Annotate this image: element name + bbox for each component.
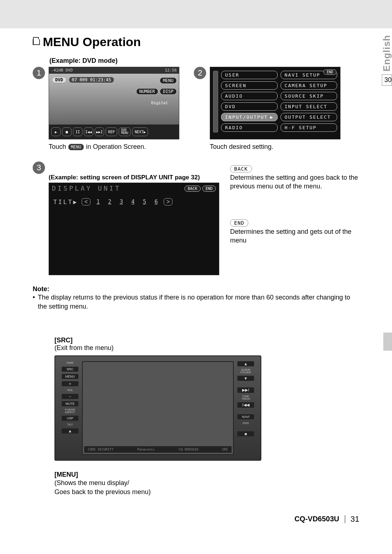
topbar-left: -42dB DVD bbox=[51, 68, 73, 73]
step-1: 1 -42dB DVD 12:56 DVD 07 009 01:23:45 ME… bbox=[33, 67, 179, 151]
tilt-6[interactable]: 6 bbox=[152, 199, 160, 205]
rep-button[interactable]: REP bbox=[106, 127, 117, 136]
menu-hw-desc2: Goes back to the previous menu) bbox=[54, 488, 359, 496]
tilt-2[interactable]: 2 bbox=[106, 199, 114, 205]
device-section: [SRC] (Exit from the menu) PWR SRC MENU … bbox=[54, 337, 359, 496]
back-desc: Determines the setting and goes back to … bbox=[230, 173, 359, 191]
menu-user[interactable]: USER bbox=[221, 71, 278, 79]
step-2-number: 2 bbox=[194, 67, 206, 79]
prev-page-box: 30 bbox=[382, 74, 392, 86]
menu-outputsel[interactable]: OUTPUT SELECT bbox=[281, 113, 337, 121]
menu-hw-heading: [MENU] bbox=[54, 471, 359, 478]
pmode-label: P-MODE ASPECT bbox=[65, 408, 75, 414]
step-3-right: BACK Determines the setting and goes bac… bbox=[230, 162, 359, 245]
menu-camera[interactable]: CAMERA SETUP bbox=[281, 81, 337, 90]
cap1-pre: Touch bbox=[49, 143, 66, 151]
tune-label: TUNE TRACK bbox=[241, 395, 250, 400]
menu-right-col: NAVI SETUP CAMERA SETUP SOURCE SKIP INPU… bbox=[281, 71, 337, 132]
step-3-row: 3 (Example: setting screen of DISPLAY UN… bbox=[33, 162, 359, 275]
menu-left-col: USER SCREEN AUDIO DVD INPUT/OUTPUT▶ RADI… bbox=[221, 71, 278, 132]
transport-bar: ▶ ■ II I◀◀ ▶▶I REP DVD MENU NEXT▶ bbox=[49, 125, 179, 139]
device-left-buttons: PWR SRC MENU + VOL − MUTE P-MODE ASPECT … bbox=[62, 361, 78, 455]
cap1-post: in Operation Screen. bbox=[86, 143, 146, 151]
tilt-right-button[interactable]: > bbox=[164, 198, 172, 205]
menu-hf[interactable]: H-F SETUP bbox=[281, 123, 337, 132]
tilt-1[interactable]: 1 bbox=[94, 199, 102, 205]
track-info: 07 009 01:23:45 bbox=[69, 77, 114, 83]
step-2: 2 END USER SCREEN AUDIO DVD INPUT/OUTPUT… bbox=[194, 67, 340, 151]
menu-hw-desc1: (Shows the menu display/ bbox=[54, 478, 359, 487]
srs: SRS bbox=[222, 448, 228, 451]
code-sec: CODE SECURITY bbox=[88, 448, 113, 451]
vol-label: VOL bbox=[67, 388, 73, 392]
stop-button[interactable]: ■ bbox=[62, 127, 72, 136]
step-3-left: 3 (Example: setting screen of DISPLAY UN… bbox=[33, 162, 219, 275]
nxt-button[interactable]: NEXT▶ bbox=[132, 127, 148, 136]
navi-button[interactable]: NAVI bbox=[237, 414, 254, 419]
pause-button[interactable]: II bbox=[73, 127, 82, 136]
footer-page: 31 bbox=[351, 514, 359, 524]
menu-radio[interactable]: RADIO bbox=[221, 123, 278, 132]
dvd-head-row: DVD 07 009 01:23:45 bbox=[52, 77, 114, 83]
end-chip[interactable]: END bbox=[323, 69, 336, 75]
menu-io[interactable]: INPUT/OUTPUT▶ bbox=[221, 113, 278, 121]
tilt-label: TILT▶ bbox=[53, 199, 78, 205]
album-up-button[interactable]: ▲ bbox=[237, 361, 254, 366]
folder-icon bbox=[33, 39, 40, 45]
album-down-button[interactable]: ▼ bbox=[237, 376, 254, 381]
menu-screen[interactable]: SCREEN bbox=[221, 81, 278, 90]
menu-audio[interactable]: AUDIO bbox=[221, 92, 278, 100]
device-bottom-strip: CODE SECURITY Panasonic CQ-VD6503U SRS bbox=[84, 446, 232, 453]
menu-columns: USER SCREEN AUDIO DVD INPUT/OUTPUT▶ RADI… bbox=[213, 71, 337, 135]
footer: CQ-VD6503U 31 bbox=[33, 514, 359, 524]
play-button[interactable]: ▶ bbox=[51, 127, 61, 136]
tilt-5[interactable]: 5 bbox=[140, 199, 148, 205]
tilt-hw-label: TILT bbox=[67, 423, 73, 426]
src-button[interactable]: SRC bbox=[62, 367, 78, 372]
disp-button[interactable]: DISP bbox=[160, 88, 177, 95]
mute-button[interactable]: MUTE bbox=[62, 401, 78, 406]
dvd-topbar: -42dB DVD 12:56 bbox=[49, 67, 179, 74]
menu-inputsel[interactable]: INPUT SELECT bbox=[281, 102, 337, 111]
number-button[interactable]: NUMBER bbox=[136, 88, 158, 95]
tilt-3[interactable]: 3 bbox=[117, 199, 125, 205]
step-1-caption: Touch MENU in Operation Screen. bbox=[49, 143, 179, 151]
note-text: The display returns to the previous stat… bbox=[38, 293, 359, 311]
footer-divider bbox=[344, 515, 346, 523]
device-unit: PWR SRC MENU + VOL − MUTE P-MODE ASPECT … bbox=[54, 355, 261, 461]
s3-head: DISPLAY UNIT BACK END bbox=[49, 183, 219, 193]
open-button[interactable]: ■ bbox=[237, 431, 254, 436]
vol-up-button[interactable]: + bbox=[62, 381, 78, 386]
step-1-number: 1 bbox=[33, 67, 45, 79]
eject-button[interactable]: ▲ bbox=[62, 428, 78, 433]
note-body: • The display returns to the previous st… bbox=[33, 293, 359, 311]
vol-down-button[interactable]: − bbox=[62, 394, 78, 399]
back-chip: BACK bbox=[230, 165, 252, 172]
step-3-number: 3 bbox=[33, 162, 45, 174]
tilt-left-button[interactable]: < bbox=[82, 198, 90, 205]
back-button[interactable]: BACK bbox=[184, 186, 201, 192]
side-gray-block bbox=[383, 333, 392, 351]
dvdmenu-button[interactable]: DVD MENU bbox=[119, 127, 131, 136]
asp-button[interactable]: ASP bbox=[62, 416, 78, 421]
title-text: MENU Operation bbox=[43, 35, 141, 49]
menu-chip-inline: MENU bbox=[68, 144, 84, 150]
menu-button[interactable]: MENU bbox=[160, 77, 177, 84]
end-button[interactable]: END bbox=[202, 186, 216, 192]
dvd-photo-area: DVD 07 009 01:23:45 MENU NUMBER DISP Dig… bbox=[49, 74, 179, 125]
end-desc: Determines the setting and gets out of t… bbox=[230, 227, 359, 245]
menu-srcskip[interactable]: SOURCE SKIP bbox=[281, 92, 337, 100]
album-label: ALBUM FOLDER bbox=[241, 368, 251, 374]
note-label: Note: bbox=[33, 285, 359, 293]
page-content: English 30 MENU Operation (Example: DVD … bbox=[0, 35, 392, 538]
menu-dvd[interactable]: DVD bbox=[221, 102, 278, 111]
prev-button[interactable]: I◀◀ bbox=[84, 127, 93, 136]
example-1-label: (Example: DVD mode) bbox=[49, 57, 359, 65]
dvd-hw-label: DVD bbox=[243, 421, 249, 425]
next-button[interactable]: ▶▶I bbox=[95, 127, 104, 136]
dvd-screen: -42dB DVD 12:56 DVD 07 009 01:23:45 MENU… bbox=[49, 67, 179, 139]
tune-fwd-button[interactable]: ▶▶I bbox=[237, 387, 254, 393]
tune-rev-button[interactable]: I◀◀ bbox=[237, 402, 254, 408]
menu-hw-button[interactable]: MENU bbox=[62, 374, 78, 379]
tilt-4[interactable]: 4 bbox=[129, 199, 137, 205]
